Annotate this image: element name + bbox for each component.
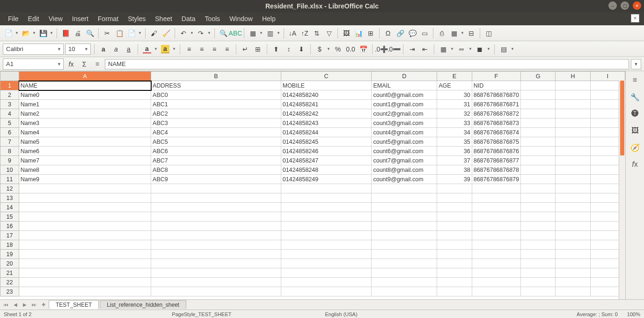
sum-icon[interactable]: Σ xyxy=(79,59,90,70)
cell-G1[interactable] xyxy=(521,81,556,90)
cell-A21[interactable] xyxy=(19,268,151,278)
decrease-indent-icon[interactable]: ⇤ xyxy=(419,44,431,55)
status-zoom[interactable]: 100% xyxy=(627,311,640,317)
row-header-7[interactable]: 7 xyxy=(0,137,19,147)
row-header-15[interactable]: 15 xyxy=(0,212,19,222)
cell-B21[interactable] xyxy=(151,268,281,278)
cell-C9[interactable]: 01424858247 xyxy=(281,156,372,165)
copy-icon[interactable]: 📋 xyxy=(114,28,125,39)
row-header-18[interactable]: 18 xyxy=(0,240,19,250)
spreadsheet-grid[interactable]: ABCDEFGHI1NAMEADDRESSMOBILEEMAILAGENID2N… xyxy=(0,71,625,299)
cell-F8[interactable]: 86876786876876 xyxy=(472,147,520,156)
cell-F19[interactable] xyxy=(472,250,520,259)
cell-E20[interactable] xyxy=(437,259,472,268)
row-header-5[interactable]: 5 xyxy=(0,118,19,128)
cell-D10[interactable]: count8@gmail.com xyxy=(372,165,437,175)
cell-A19[interactable] xyxy=(19,250,151,259)
cell-B18[interactable] xyxy=(151,240,281,250)
cell-E16[interactable] xyxy=(437,222,472,231)
cell-H16[interactable] xyxy=(556,222,590,231)
formula-input[interactable]: NAME xyxy=(105,59,629,69)
cell-F10[interactable]: 86876786876878 xyxy=(472,165,520,175)
cell-B2[interactable]: ABC0 xyxy=(151,90,281,100)
define-print-area-icon[interactable]: ⎙ xyxy=(436,28,447,39)
cell-A14[interactable] xyxy=(19,203,151,212)
cell-D5[interactable]: count3@gmail.com xyxy=(372,118,437,128)
cell-D14[interactable] xyxy=(372,203,437,212)
column-header-B[interactable]: B xyxy=(151,72,281,81)
menu-file[interactable]: File xyxy=(4,13,23,24)
conditional-format-icon[interactable]: ▤ xyxy=(498,44,509,55)
cell-D3[interactable]: count1@gmail.com xyxy=(372,100,437,109)
column-header-E[interactable]: E xyxy=(437,72,472,81)
cell-C5[interactable]: 01424858243 xyxy=(281,118,372,128)
font-size-combo[interactable]: 10▼ xyxy=(65,44,91,55)
export-pdf-icon[interactable]: 📕 xyxy=(60,28,71,39)
select-all-corner[interactable] xyxy=(0,72,19,81)
cell-D2[interactable]: count0@gmail.com xyxy=(372,90,437,100)
cell-C20[interactable] xyxy=(281,259,372,268)
cell-H19[interactable] xyxy=(556,250,590,259)
cell-H1[interactable] xyxy=(556,81,590,90)
font-name-combo[interactable]: Calibri▼ xyxy=(3,44,64,55)
font-color-icon[interactable]: a xyxy=(141,44,153,55)
menu-view[interactable]: View xyxy=(44,13,67,24)
cell-E13[interactable] xyxy=(437,193,472,203)
cell-B5[interactable]: ABC3 xyxy=(151,118,281,128)
wrap-text-icon[interactable]: ↵ xyxy=(240,44,251,55)
cell-D17[interactable] xyxy=(372,231,437,240)
cell-C14[interactable] xyxy=(281,203,372,212)
column-header-A[interactable]: A xyxy=(19,72,151,81)
cell-F4[interactable]: 86876786876872 xyxy=(472,109,520,118)
menu-insert[interactable]: Insert xyxy=(68,13,93,24)
border-style-icon[interactable]: ═ xyxy=(456,44,467,55)
cell-E4[interactable]: 32 xyxy=(437,109,472,118)
cell-F7[interactable]: 86876786876875 xyxy=(472,137,520,147)
cell-H2[interactable] xyxy=(556,90,590,100)
column-header-D[interactable]: D xyxy=(372,72,437,81)
cell-G4[interactable] xyxy=(521,109,556,118)
image-icon[interactable]: 🖼 xyxy=(341,28,352,39)
cell-C7[interactable]: 01424858245 xyxy=(281,137,372,147)
row-header-6[interactable]: 6 xyxy=(0,128,19,137)
cell-D16[interactable] xyxy=(372,222,437,231)
cell-E19[interactable] xyxy=(437,250,472,259)
function-wizard-icon[interactable]: fx xyxy=(66,59,77,70)
cell-B9[interactable]: ABC7 xyxy=(151,156,281,165)
cell-A7[interactable]: Name5 xyxy=(19,137,151,147)
cell-D7[interactable]: count5@gmail.com xyxy=(372,137,437,147)
cell-A2[interactable]: Name0 xyxy=(19,90,151,100)
cell-C17[interactable] xyxy=(281,231,372,240)
cell-E8[interactable]: 36 xyxy=(437,147,472,156)
row-header-11[interactable]: 11 xyxy=(0,175,19,184)
cell-A12[interactable] xyxy=(19,184,151,193)
print-icon[interactable]: 🖨 xyxy=(72,28,83,39)
cell-D15[interactable] xyxy=(372,212,437,222)
cell-F15[interactable] xyxy=(472,212,520,222)
status-language[interactable]: English (USA) xyxy=(325,311,358,317)
document-close-button[interactable]: × xyxy=(631,14,639,22)
cell-F3[interactable]: 86876786876871 xyxy=(472,100,520,109)
cell-H10[interactable] xyxy=(556,165,590,175)
cell-D1[interactable]: EMAIL xyxy=(372,81,437,90)
cell-G17[interactable] xyxy=(521,231,556,240)
sheet-tab-test-sheet[interactable]: TEST_SHEET xyxy=(49,300,99,309)
comment-icon[interactable]: 💬 xyxy=(407,28,418,39)
cell-A8[interactable]: Name6 xyxy=(19,147,151,156)
cell-G14[interactable] xyxy=(521,203,556,212)
cell-H18[interactable] xyxy=(556,240,590,250)
cell-C8[interactable]: 01424858246 xyxy=(281,147,372,156)
cell-F12[interactable] xyxy=(472,184,520,193)
freeze-icon[interactable]: ▦ xyxy=(448,28,460,39)
column-icon[interactable]: ▥ xyxy=(264,28,276,39)
cell-H22[interactable] xyxy=(556,278,590,287)
cell-reference-combo[interactable]: A1▼ xyxy=(3,59,64,70)
add-decimal-icon[interactable]: .0➕ xyxy=(376,44,387,55)
cell-H15[interactable] xyxy=(556,212,590,222)
cell-C2[interactable]: 01424858240 xyxy=(281,90,372,100)
cell-H6[interactable] xyxy=(556,128,590,137)
cell-G10[interactable] xyxy=(521,165,556,175)
cell-E11[interactable]: 39 xyxy=(437,175,472,184)
row-header-8[interactable]: 8 xyxy=(0,147,19,156)
sidebar-styles-icon[interactable]: 🅣 xyxy=(629,108,641,120)
